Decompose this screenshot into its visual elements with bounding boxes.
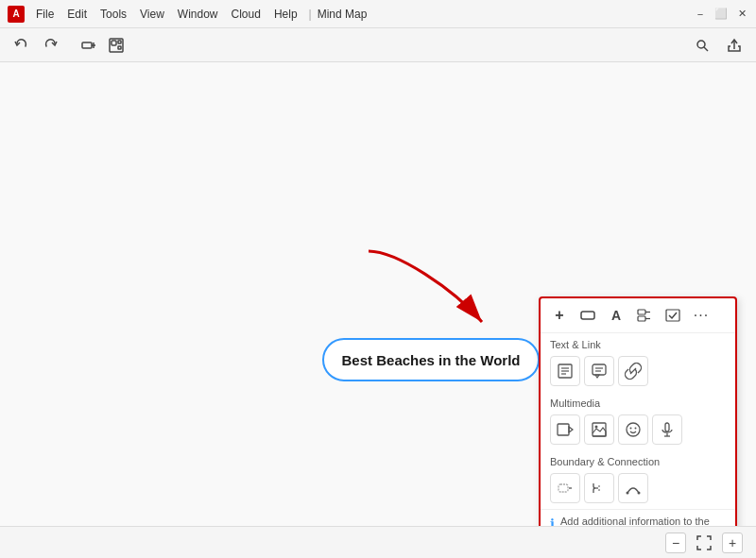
panel-shape-button[interactable] [576, 304, 599, 327]
menu-divider: | [309, 8, 312, 21]
svg-rect-16 [666, 310, 679, 321]
info-icon: ℹ [550, 516, 555, 526]
svg-line-25 [630, 368, 636, 374]
menu-help[interactable]: Help [268, 6, 303, 23]
link-button[interactable] [618, 356, 648, 386]
document-title: Mind Map [318, 8, 368, 21]
svg-point-32 [635, 428, 637, 430]
bottom-bar: − + [0, 526, 756, 558]
share-button[interactable] [722, 33, 747, 58]
svg-rect-6 [118, 46, 121, 49]
zoom-out-button[interactable]: − [665, 533, 686, 553]
layout-button[interactable] [104, 33, 129, 58]
panel-info: ℹ Add additional information to the sele… [541, 509, 735, 526]
svg-marker-22 [595, 375, 599, 378]
menu-edit[interactable]: Edit [61, 6, 93, 23]
comment-button[interactable] [584, 356, 614, 386]
insert-panel: + A ··· Text & Link [539, 296, 737, 526]
multimedia-icons-row [541, 413, 735, 450]
mind-map-node[interactable]: Best Beaches in the World [322, 338, 540, 381]
svg-rect-21 [593, 364, 606, 375]
svg-marker-27 [569, 427, 573, 432]
text-link-icons-row [541, 354, 735, 392]
fit-to-screen-button[interactable] [694, 533, 714, 553]
menu-window[interactable]: Window [172, 6, 224, 23]
main-toolbar [0, 28, 756, 62]
redo-button[interactable] [38, 33, 62, 58]
close-button[interactable]: ✕ [735, 8, 748, 21]
menu-bar: File Edit Tools View Window Cloud Help |… [30, 6, 367, 23]
title-bar: A File Edit Tools View Window Cloud Help… [0, 0, 756, 28]
svg-rect-12 [638, 310, 645, 314]
panel-more-button[interactable]: ··· [690, 304, 713, 327]
svg-point-41 [627, 492, 629, 495]
section-boundary-label: Boundary & Connection [541, 450, 735, 471]
summary-button[interactable] [584, 473, 614, 503]
boundary-button[interactable] [550, 473, 580, 503]
audio-button[interactable] [652, 414, 682, 445]
panel-text-button[interactable]: A [605, 304, 627, 327]
svg-rect-26 [558, 424, 569, 435]
undo-button[interactable] [9, 33, 34, 58]
svg-point-31 [630, 428, 632, 430]
connection-button[interactable] [618, 473, 648, 503]
image-button[interactable] [584, 414, 614, 445]
svg-rect-4 [112, 41, 116, 45]
svg-rect-0 [82, 42, 92, 48]
video-button[interactable] [550, 414, 580, 445]
canvas: Best Beaches in the World + A [0, 62, 756, 526]
svg-rect-11 [581, 312, 594, 319]
panel-task-button[interactable] [662, 304, 684, 327]
panel-topic-button[interactable] [633, 304, 656, 327]
panel-add-button[interactable]: + [548, 304, 571, 327]
menu-cloud[interactable]: Cloud [226, 6, 266, 23]
emoji-button[interactable] [618, 414, 648, 445]
svg-rect-33 [665, 423, 669, 431]
search-button[interactable] [690, 33, 714, 58]
boundary-icons-row [541, 471, 735, 509]
svg-point-7 [697, 41, 705, 48]
menu-tools[interactable]: Tools [94, 6, 132, 23]
svg-line-8 [704, 47, 708, 51]
minimize-button[interactable]: − [694, 8, 707, 21]
menu-file[interactable]: File [30, 6, 60, 23]
svg-point-29 [595, 426, 598, 429]
window-controls: − ⬜ ✕ [694, 8, 748, 21]
insert-topic-button[interactable] [76, 33, 100, 58]
maximize-button[interactable]: ⬜ [714, 8, 728, 21]
notes-button[interactable] [550, 356, 580, 386]
svg-rect-5 [118, 41, 121, 43]
svg-rect-36 [558, 484, 568, 492]
section-text-link-label: Text & Link [541, 333, 735, 354]
section-multimedia-label: Multimedia [541, 392, 735, 413]
menu-view[interactable]: View [134, 6, 170, 23]
zoom-in-button[interactable]: + [722, 533, 743, 553]
info-text: Add additional information to the select… [560, 516, 726, 526]
svg-rect-14 [638, 316, 645, 321]
svg-point-42 [638, 492, 641, 495]
svg-point-30 [627, 423, 640, 436]
app-icon: A [8, 6, 25, 23]
node-text: Best Beaches in the World [342, 352, 521, 368]
panel-toolbar: + A ··· [541, 298, 735, 333]
